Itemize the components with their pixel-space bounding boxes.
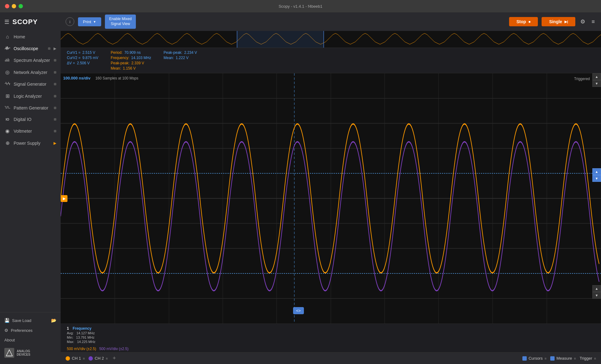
pattern-icon <box>4 105 11 111</box>
save-icon: 💾 <box>4 318 10 323</box>
cursors-label: Cursors <box>529 356 543 361</box>
scroll-down-mid[interactable]: ▼ <box>592 175 601 182</box>
scroll-up-top[interactable]: ▲ <box>592 73 601 80</box>
sidebar: ☰ SCOPY ⌂ Home Oscilloscope ▶ Spectrum A… <box>0 12 61 364</box>
sidebar-header: ☰ SCOPY <box>0 15 61 31</box>
signal-gen-badge <box>54 83 56 85</box>
avg-value: 14.127 MHz <box>76 331 95 335</box>
logic-icon: ⊞ <box>4 93 11 99</box>
menu-icon[interactable]: ≡ <box>590 17 596 26</box>
sidebar-item-label: Pattern Generator <box>14 105 51 110</box>
stop-icon: ■ <box>529 20 531 24</box>
minimize-button[interactable] <box>12 4 16 8</box>
toolbar: i Print ▼ Enable Mixed Signal View Stop … <box>61 12 601 31</box>
mean-orange-label: Mean: <box>111 66 121 71</box>
pp-blue-label: Peak-peak: <box>163 50 182 55</box>
sidebar-item-network[interactable]: ◎ Network Analyzer <box>0 66 61 78</box>
svg-rect-4 <box>9 59 9 62</box>
mixed-signal-button[interactable]: Enable Mixed Signal View <box>105 15 136 28</box>
max-value: 14.225 MHz <box>77 340 95 344</box>
freq-avg: Avg: 14.127 MHz <box>67 331 595 335</box>
sidebar-item-oscilloscope[interactable]: Oscilloscope ▶ <box>0 43 61 54</box>
scroll-down-top[interactable]: ▼ <box>592 80 601 87</box>
info-button[interactable]: i <box>66 17 74 26</box>
sidebar-item-home[interactable]: ⌂ Home <box>0 31 61 43</box>
period-label: Period: <box>111 50 123 55</box>
mean-blue-value: 1.222 V <box>176 56 188 60</box>
stop-button[interactable]: Stop ■ <box>509 17 538 26</box>
pp-orange-value: 2.339 V <box>131 61 144 65</box>
channel-bar: CH 1 ≡ CH 2 ≡ + Cursors ≡ Measure <box>61 352 601 364</box>
ch2-menu-icon[interactable]: ≡ <box>106 357 108 360</box>
meas-cursors: CurV1 = 2.515 V CurV2 = 9.875 mV ΔV = 2.… <box>67 50 98 71</box>
save-load-item[interactable]: 💾 Save Load 📂 <box>0 315 61 325</box>
freq-num: 1 <box>67 326 69 331</box>
scale-ch2: 500 mV/div (±2.5) <box>99 347 129 351</box>
trigger-arrow[interactable]: ▶ <box>61 195 67 202</box>
samples-info: 160 Samples at 100 Msps <box>95 76 138 80</box>
cursors-btn[interactable]: Cursors ≡ <box>522 356 547 361</box>
single-button[interactable]: Single ▶| <box>542 17 575 26</box>
mini-chart-svg <box>61 31 601 48</box>
ch1-menu-icon[interactable]: ≡ <box>83 357 85 360</box>
hamburger-icon[interactable]: ☰ <box>4 19 9 25</box>
ch1-label: CH 1 <box>72 356 81 361</box>
min-label: Min: <box>67 336 73 339</box>
freq-display-label: Frequency <box>73 326 92 331</box>
delta-label: ΔV = <box>67 61 75 65</box>
sidebar-item-power-supply[interactable]: ⊕ Power Supply ▶ <box>0 137 61 149</box>
spectrum-icon <box>4 58 11 63</box>
power-supply-icon: ⊕ <box>4 140 11 146</box>
avg-label: Avg: <box>67 331 74 335</box>
cursors-settings-icon[interactable]: ≡ <box>544 357 546 360</box>
scroll-up-mid[interactable]: ▲ <box>592 168 601 175</box>
preferences-icon: ⚙ <box>4 328 8 333</box>
chart-wrapper[interactable]: 100.000 ns/div 160 Samples at 100 Msps T… <box>61 73 601 323</box>
sidebar-item-pattern[interactable]: Pattern Generator <box>0 102 61 114</box>
scroll-down-bot[interactable]: ▼ <box>592 292 601 299</box>
ch2-item[interactable]: CH 2 ≡ <box>89 356 108 361</box>
sidebar-item-voltmeter[interactable]: ◉ Voltmeter <box>0 125 61 137</box>
trigger-btn[interactable]: Trigger ≡ <box>580 356 596 361</box>
settings-icon[interactable]: ⚙ <box>579 17 586 26</box>
single-icon: ▶| <box>564 20 568 24</box>
ch2-label: CH 2 <box>95 356 104 361</box>
print-arrow-icon: ▼ <box>93 20 96 24</box>
window-title: Scopy - v1.4.1 - f4beeb1 <box>279 4 322 9</box>
trigger-settings-icon[interactable]: ≡ <box>594 357 596 360</box>
delta-value: 2.506 V <box>77 61 89 65</box>
preferences-item[interactable]: ⚙ Preferences <box>0 325 61 335</box>
measure-settings-icon[interactable]: ≡ <box>574 357 576 360</box>
add-channel-button[interactable]: + <box>111 355 117 362</box>
single-label: Single <box>549 19 562 24</box>
scroll-up-bot[interactable]: ▲ <box>592 285 601 292</box>
sidebar-item-logic[interactable]: ⊞ Logic Analyzer <box>0 90 61 102</box>
titlebar: Scopy - v1.4.1 - f4beeb1 <box>0 0 601 12</box>
about-label: About <box>4 338 15 342</box>
network-icon: ◎ <box>4 69 11 75</box>
time-per-div: 100.000 ns/div <box>63 76 90 80</box>
measure-btn[interactable]: Measure ≡ <box>550 356 576 361</box>
ch1-item[interactable]: CH 1 ≡ <box>66 356 85 361</box>
scroll-btns-top: ▲ ▼ <box>592 73 601 87</box>
maximize-button[interactable] <box>19 4 23 8</box>
save-label: Save Load <box>12 318 49 323</box>
main-content: i Print ▼ Enable Mixed Signal View Stop … <box>61 12 601 364</box>
adi-icon <box>4 348 14 358</box>
voltmeter-icon: ◉ <box>4 128 11 134</box>
svg-rect-0 <box>5 60 6 62</box>
about-item[interactable]: About <box>0 335 61 345</box>
sidebar-item-signal-gen[interactable]: Signal Generator <box>0 78 61 90</box>
cursor-drag-handle[interactable]: <> <box>293 307 304 314</box>
oscilloscope-area: CurV1 = 2.515 V CurV2 = 9.875 mV ΔV = 2.… <box>61 31 601 364</box>
time-info-overlay: 100.000 ns/div 160 Samples at 100 Msps <box>63 76 138 80</box>
oscilloscope-badge <box>48 47 50 50</box>
sidebar-item-digital-io[interactable]: IO Digital IO <box>0 114 61 125</box>
measurements-bar: CurV1 = 2.515 V CurV2 = 9.875 mV ΔV = 2.… <box>61 48 601 73</box>
sidebar-item-spectrum[interactable]: Spectrum Analyzer <box>0 54 61 66</box>
freq-max: Max: 14.225 MHz <box>67 340 595 344</box>
close-button[interactable] <box>5 4 9 8</box>
measure-label: Measure <box>556 356 572 361</box>
print-button[interactable]: Print ▼ <box>78 17 101 26</box>
curv2-label: CurV2 = <box>67 56 80 60</box>
